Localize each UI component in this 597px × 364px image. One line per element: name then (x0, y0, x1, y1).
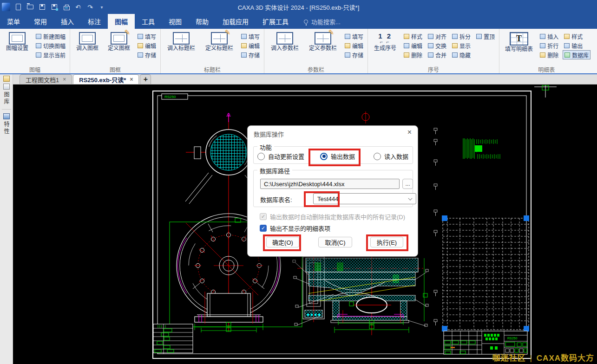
close-tab-icon[interactable]: × (130, 76, 133, 83)
radio-selected-icon[interactable] (320, 153, 328, 160)
ok-button[interactable]: 确定(O) (266, 237, 299, 247)
radio-import-data[interactable]: 读入数据 (374, 152, 408, 161)
bom-database-button[interactable]: 数据库 (563, 50, 590, 59)
define-paramblock-icon: ✎ (315, 32, 331, 45)
properties-icon[interactable] (3, 113, 10, 119)
frame-label: RS250 (164, 95, 176, 99)
bom-wrap-button[interactable]: 折行 (538, 41, 560, 50)
paramblock-fill-button[interactable]: 填写 (343, 32, 365, 41)
cancel-button[interactable]: 取消(C) (318, 237, 352, 247)
checkbox-checked-icon[interactable]: ✓ (260, 225, 267, 232)
close-tab-icon[interactable]: × (63, 76, 66, 83)
show-current-icon (36, 52, 41, 58)
menu-tab-caidan[interactable]: 菜单 (0, 14, 27, 29)
frame-edit-button[interactable]: 编辑 (136, 41, 157, 50)
sheet-settings-button[interactable]: 图幅设置 (3, 31, 32, 52)
database-path-input[interactable]: C:\Users\jzh\Desktop\444.xlsx (260, 179, 400, 189)
ribbon-group-balloon: 1 2⌐ ⌐ 生成序号 样式 编辑 删除 对齐 交换 合并 拆分 显示 隐藏 置… (368, 29, 499, 73)
hide-icon (452, 52, 458, 58)
paramblock-edit-button[interactable]: 编辑 (343, 41, 365, 50)
function-search[interactable]: 功能搜索... (304, 14, 341, 29)
new-tab-button[interactable]: + (140, 74, 151, 84)
table-name-label: 数据库表名: (260, 195, 292, 204)
save-as-icon[interactable] (50, 3, 59, 11)
load-frame-button[interactable]: 调入图框 (73, 31, 102, 52)
balloon-merge-button[interactable]: 合并 (426, 50, 448, 59)
watermark: 咖迷社区|CAXA数码大方 (492, 351, 594, 363)
balloon-style-button[interactable]: 样式 (402, 32, 424, 41)
balloon-align-button[interactable]: 对齐 (426, 32, 448, 41)
bring-to-top-icon (476, 34, 482, 39)
bom-delete-button[interactable]: 删除 (538, 50, 560, 59)
table-name-combobox[interactable]: Test444 (313, 193, 416, 204)
library-icon[interactable] (3, 84, 10, 90)
balloon-edit-button[interactable]: 编辑 (402, 41, 424, 50)
titleblock-edit-button[interactable]: 编辑 (240, 41, 261, 50)
ribbon-group-titleblock: 调入标题栏 ✎ 定义标题栏 填写 编辑 存储 标题栏 (161, 29, 264, 73)
titlebar: ↶⌄ ↷⌄ ▾ CAXA 3D 实体设计 2024 - [RS250.exb-只… (0, 0, 597, 14)
balloon-split-button[interactable]: 拆分 (451, 32, 472, 41)
side-tab-properties[interactable]: 特性 (2, 121, 10, 135)
fill-bom-button[interactable]: T 填写明细表 (502, 31, 536, 53)
balloon-top-button[interactable]: 置顶 (475, 32, 496, 41)
doc-tab-drawing1[interactable]: 工程图文档1 × (20, 74, 72, 84)
show-icon (452, 43, 458, 48)
radio-icon[interactable] (257, 153, 265, 160)
menu-tab-changyong[interactable]: 常用 (27, 14, 54, 29)
bom-insert-button[interactable]: 插入 (538, 32, 560, 41)
open-file-icon[interactable] (26, 3, 34, 11)
dialog-close-icon[interactable]: × (407, 129, 412, 136)
menu-bar: 菜单 常用 插入 标注 图幅 工具 视图 帮助 加载应用 扩展工具 功能搜索..… (0, 14, 597, 29)
load-titleblock-button[interactable]: 调入标题栏 (164, 31, 199, 52)
menu-tab-jiazaiyingyong[interactable]: 加载应用 (216, 14, 256, 29)
frame-fill-button[interactable]: 填写 (136, 32, 157, 41)
menu-tab-bangzhu[interactable]: 帮助 (189, 14, 216, 29)
print-icon[interactable] (62, 3, 71, 11)
swap-icon (428, 43, 433, 48)
group-caption-titleblock: 标题栏 (164, 65, 261, 73)
redo-icon[interactable]: ↷⌄ (86, 3, 95, 11)
switch-sheet-button[interactable]: 切换图幅 (34, 41, 67, 50)
radio-auto-update[interactable]: 自动更新设置 (257, 152, 304, 161)
generate-balloon-button[interactable]: 1 2⌐ ⌐ 生成序号 (371, 31, 400, 52)
menu-tab-tufu[interactable]: 图幅 (108, 14, 135, 29)
new-sheet-button[interactable]: 新建图幅 (34, 32, 67, 41)
checkbox-export-hidden[interactable]: ✓ 输出不显示的明细表项 (260, 224, 330, 233)
radio-export-data[interactable]: 输出数据 (320, 152, 355, 161)
new-document-icon[interactable] (14, 3, 22, 11)
frame-save-button[interactable]: 存储 (136, 50, 157, 59)
menu-tab-kuozhangongju[interactable]: 扩展工具 (256, 14, 295, 29)
save-icon[interactable] (38, 3, 46, 11)
doc-tab-rs250[interactable]: RS250.exb-只读* × (73, 74, 139, 84)
store-icon (241, 52, 247, 58)
radio-icon[interactable] (374, 153, 381, 160)
load-paramblock-button[interactable]: 调入参数栏 (267, 31, 302, 52)
balloon-delete-button[interactable]: 删除 (402, 50, 424, 59)
show-current-button[interactable]: 显示当前 (34, 50, 67, 59)
paramblock-save-button[interactable]: 存储 (343, 50, 365, 59)
selection-grips[interactable] (442, 215, 529, 332)
define-frame-button[interactable]: ✎ 定义图框 (105, 31, 133, 52)
titleblock-save-button[interactable]: 存储 (240, 50, 261, 59)
bom-output-button[interactable]: 输出 (563, 41, 590, 50)
side-tab-library[interactable]: 图库 (2, 91, 10, 105)
caxa-logo-icon[interactable] (2, 3, 10, 11)
bom-style-button[interactable]: 样式 (563, 32, 590, 41)
undo-icon[interactable]: ↶⌄ (74, 3, 83, 11)
balloon-show-button[interactable]: 显示 (451, 41, 472, 50)
function-group-label: 功能 (257, 143, 274, 151)
customize-toolbar-icon[interactable]: ▾ (98, 3, 107, 11)
bom-table-selected[interactable] (442, 215, 529, 332)
menu-tab-charu[interactable]: 插入 (54, 14, 81, 29)
execute-button[interactable]: 执行(E) (370, 237, 403, 247)
menu-tab-biaozhu[interactable]: 标注 (81, 14, 108, 29)
menu-tab-gongju[interactable]: 工具 (135, 14, 162, 29)
titleblock-fill-button[interactable]: 填写 (240, 32, 261, 41)
define-paramblock-button[interactable]: ✎ 定义参数栏 (305, 31, 341, 52)
balloon-swap-button[interactable]: 交换 (426, 41, 448, 50)
browse-button[interactable]: ... (402, 179, 413, 189)
pencil-tool-icon[interactable] (3, 76, 10, 82)
define-titleblock-button[interactable]: ✎ 定义标题栏 (202, 31, 237, 52)
balloon-hide-button[interactable]: 隐藏 (451, 50, 472, 59)
menu-tab-shitu[interactable]: 视图 (162, 14, 189, 29)
